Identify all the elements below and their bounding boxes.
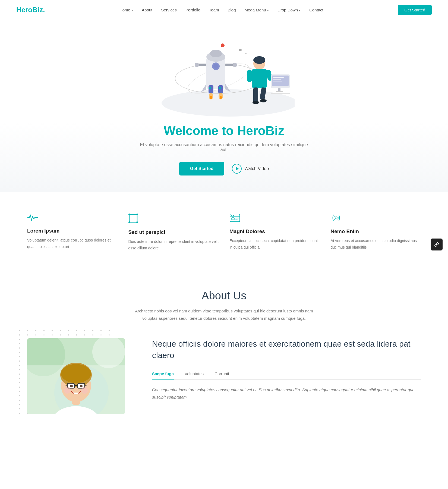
svg-point-54 [335,217,337,219]
svg-rect-38 [273,81,282,82]
hero-svg [153,21,295,117]
nav-item-about[interactable]: About [142,8,152,12]
svg-rect-27 [252,69,267,88]
feature-text-2: Duis aute irure dolor in reprehenderit i… [128,239,219,252]
shape-icon [128,214,219,225]
svg-point-46 [136,221,138,223]
nav-link-about[interactable]: About [142,8,152,12]
svg-rect-28 [247,70,252,82]
svg-point-64 [61,364,91,383]
nav-links: Home ▾ About Services Portfolio Team Blo… [119,8,323,12]
svg-point-10 [213,64,218,69]
hero-heading: Welcome to HeroBiz [5,123,443,138]
hero-subtext: Et voluptate esse accusantium accusamus … [137,142,311,152]
nav-item-blog[interactable]: Blog [228,8,236,12]
feature-item-3: Magni Dolores Excepteur sint occaecat cu… [229,214,320,252]
svg-point-75 [81,387,88,394]
nav-link-dropdown[interactable]: Drop Down ▾ [277,8,301,12]
svg-rect-41 [271,93,290,94]
nav-link-portfolio[interactable]: Portfolio [185,8,200,12]
about-section: About Us Architecto nobis eos vel nam qu… [0,273,448,436]
svg-point-50 [233,215,234,216]
nav-link-mega-menu[interactable]: Mega Menu ▾ [245,8,269,12]
nav-link-blog[interactable]: Blog [228,8,236,12]
svg-rect-37 [273,79,281,80]
about-image-wrap [27,338,130,414]
hero-text: Welcome to HeroBiz Et voluptate esse acc… [0,123,448,175]
svg-rect-13 [209,85,213,93]
nav-item-services[interactable]: Services [161,8,177,12]
nav-item-contact[interactable]: Contact [309,8,323,12]
about-title: About Us [27,290,421,302]
tab-saepe-fuga[interactable]: Saepe fuga [152,369,174,380]
nav-link-team[interactable]: Team [209,8,219,12]
about-tabs: Saepe fuga Voluptates Corrupti [152,369,421,380]
svg-rect-40 [276,91,283,92]
nav-get-started-button[interactable]: Get Started [398,5,432,15]
svg-point-49 [231,215,232,216]
nav-item-team[interactable]: Team [209,8,219,12]
nav-link-home[interactable]: Home ▾ [119,8,133,12]
tab-corrupti[interactable]: Corrupti [214,369,229,380]
nav-link-contact[interactable]: Contact [309,8,323,12]
signal-icon [331,214,421,224]
nav-item-home[interactable]: Home ▾ [119,8,133,12]
feature-title-1: Lorem Ipsum [27,228,118,234]
svg-point-3 [221,43,225,47]
svg-point-33 [260,99,267,102]
about-desc: Architecto nobis eos vel nam quidem vita… [129,307,319,322]
logo[interactable]: HeroBiz. [16,6,45,14]
nav-item-portfolio[interactable]: Portfolio [185,8,200,12]
svg-point-8 [210,50,222,57]
svg-rect-30 [253,87,258,102]
about-content-heading: Neque officiis dolore maiores et exercit… [152,338,421,361]
svg-rect-51 [232,218,234,220]
about-content: Neque officiis dolore maiores et exercit… [27,338,421,414]
hero-get-started-button[interactable]: Get Started [179,162,224,175]
nav-link-services[interactable]: Services [161,8,177,12]
svg-rect-52 [235,218,239,218]
svg-rect-36 [273,77,284,78]
svg-rect-15 [209,87,211,89]
hero-heading-brand: HeroBiz [237,124,284,138]
hero-watch-video-button[interactable]: Watch Video [232,164,269,174]
feature-text-1: Voluptatum deleniti atque corrupti quos … [27,237,118,250]
svg-point-32 [253,101,259,104]
hero-heading-prefix: Welcome to [164,124,237,138]
pulse-icon [27,214,118,224]
svg-rect-22 [225,64,234,66]
float-button[interactable] [431,239,443,250]
svg-point-74 [64,387,71,394]
svg-point-67 [70,385,73,387]
hero-section: Welcome to HeroBiz Et voluptate esse acc… [0,20,448,192]
svg-point-23 [195,63,199,67]
feature-title-3: Magni Dolores [229,228,320,234]
navbar: HeroBiz. Home ▾ About Services Portfolio… [0,0,448,20]
nav-item-dropdown[interactable]: Drop Down ▾ [277,8,301,12]
svg-point-45 [128,221,130,223]
about-header: About Us Architecto nobis eos vel nam qu… [27,290,421,322]
nav-item-mega-menu[interactable]: Mega Menu ▾ [245,8,269,12]
svg-rect-16 [219,87,221,89]
link-icon [434,242,439,247]
svg-rect-21 [198,64,206,66]
svg-point-5 [245,53,247,54]
svg-point-44 [136,214,138,215]
svg-rect-53 [235,219,238,220]
about-image [27,338,125,414]
features-section: Lorem Ipsum Voluptatum deleniti atque co… [0,192,448,273]
logo-text-part2: Biz [32,6,43,14]
hero-illustration [153,20,295,118]
logo-dot: . [43,6,45,14]
tab-voluptates[interactable]: Voluptates [185,369,204,380]
browser-icon [229,214,320,224]
svg-point-19 [210,96,212,99]
feature-item-4: Nemo Enim At vero eos et accusamus et iu… [331,214,421,252]
svg-point-20 [220,96,222,99]
about-person-svg [27,338,125,414]
about-tab-content: Consequuntur inventore voluptates conseq… [152,386,421,401]
svg-point-43 [128,214,130,215]
feature-title-2: Sed ut perspici [128,229,219,235]
svg-rect-42 [129,214,137,222]
svg-point-4 [239,49,242,51]
